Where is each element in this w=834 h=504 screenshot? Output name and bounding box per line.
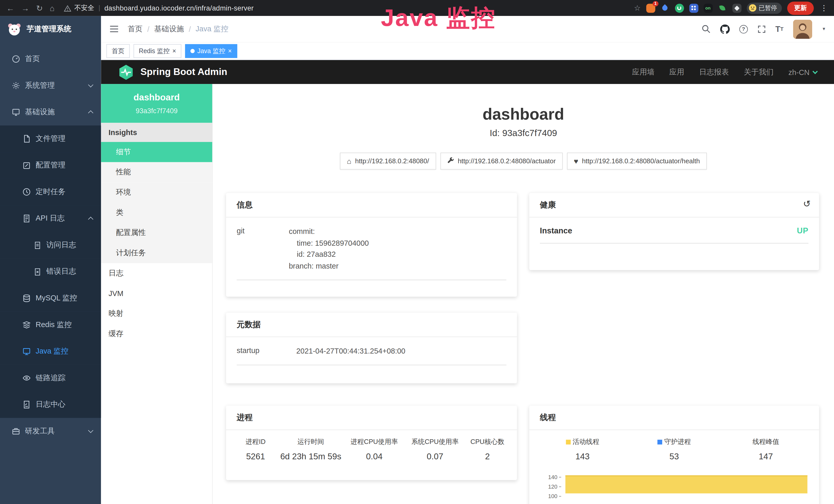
sidebar-item-label: 访问日志: [46, 240, 76, 250]
sidebar-item-java-monitor[interactable]: Java 监控: [0, 338, 101, 365]
sidebar-item-mysql-monitor[interactable]: MySQL 监控: [0, 285, 101, 312]
bookmark-star-icon[interactable]: ☆: [634, 4, 641, 12]
legend-peak-threads: 线程峰值 147: [720, 437, 812, 461]
sidebar-item-log-center[interactable]: 日志中心: [0, 391, 101, 418]
col-header: 进程CPU使用率: [344, 437, 404, 446]
y-axis-tick: 120: [536, 484, 561, 489]
tab-java-monitor[interactable]: Java 监控 ×: [185, 44, 237, 58]
close-icon[interactable]: ×: [228, 48, 232, 54]
col-header: 系统CPU使用率: [404, 437, 465, 446]
actuator-url-link[interactable]: http://192.168.0.2:48080/actuator: [440, 153, 563, 169]
sba-brand[interactable]: Spring Boot Admin: [118, 64, 227, 80]
sidebar-item-system[interactable]: 系统管理: [0, 72, 101, 99]
sidebar-item-scheduled-jobs[interactable]: 定时任务: [0, 179, 101, 205]
process-header-row: 进程ID 运行时间 进程CPU使用率 系统CPU使用率 CPU核心数: [234, 437, 510, 446]
sidebar-item-label: 研发工具: [25, 427, 55, 436]
infrastructure-icon: [12, 108, 20, 116]
help-icon[interactable]: ?: [739, 25, 748, 33]
browser-menu-icon[interactable]: ⋮: [820, 4, 828, 12]
sidebar-item-access-log[interactable]: 访问日志: [0, 232, 101, 258]
address-bar[interactable]: 不安全 | dashboard.yudao.iocoder.cn/infra/a…: [64, 3, 254, 12]
app-logo-row[interactable]: 芋道管理系统: [0, 16, 101, 43]
question-glyph: ?: [739, 25, 748, 33]
instance-links: ⌂ http://192.168.0.2:48080/ http://192.1…: [213, 153, 834, 169]
row-label: git: [237, 226, 289, 272]
git-id-line: id: 27aa832: [297, 249, 369, 260]
sba-nav-about[interactable]: 关于我们: [744, 67, 774, 77]
extension-icon-grid[interactable]: [689, 3, 698, 12]
extension-icon-on[interactable]: on: [704, 3, 712, 12]
process-values-row: 5261 6d 23h 15m 59s 0.04 0.07 2: [234, 452, 510, 461]
sba-item-scheduled-tasks[interactable]: 计划任务: [101, 243, 212, 263]
sba-nav-journal[interactable]: 日志报表: [699, 67, 729, 77]
sba-instance-header[interactable]: dashboard 93a3fc7f7409: [101, 84, 212, 123]
sba-nav-applications[interactable]: 应用: [670, 67, 684, 77]
sidebar-item-config-manage[interactable]: 配置管理: [0, 152, 101, 179]
sidebar-item-file-manage[interactable]: 文件管理: [0, 125, 101, 152]
extension-icon-drop[interactable]: [660, 3, 670, 12]
api-log-icon: [22, 214, 31, 223]
close-icon[interactable]: ×: [172, 48, 176, 54]
font-size-icon[interactable]: TT: [775, 25, 784, 33]
extension-icon-leaf[interactable]: [718, 3, 727, 12]
sba-body: dashboard 93a3fc7f7409 Insights 细节 性能 环境…: [101, 84, 834, 504]
sba-item-config-props[interactable]: 配置属性: [101, 223, 212, 243]
toolbox-icon: [12, 427, 20, 435]
home-icon[interactable]: ⌂: [50, 4, 55, 12]
sidebar-item-label: 错误日志: [46, 267, 76, 276]
sidebar-item-label: API 日志: [36, 214, 65, 223]
sba-item-caches[interactable]: 缓存: [101, 324, 212, 344]
github-icon[interactable]: [720, 24, 729, 33]
cards-left-column: 信息 git commit: time: 1596289704000 id: 2…: [226, 193, 517, 480]
sba-item-mappings[interactable]: 映射: [101, 303, 212, 324]
eye-icon: [22, 374, 31, 382]
sidebar-item-tracing[interactable]: 链路追踪: [0, 365, 101, 392]
sidebar-item-redis-monitor[interactable]: Redis 监控: [0, 312, 101, 338]
extension-icon-green-circle[interactable]: [675, 3, 684, 12]
service-url-link[interactable]: ⌂ http://192.168.0.2:48080/: [340, 153, 436, 169]
sba-locale-select[interactable]: zh-CN: [789, 68, 817, 76]
health-url-link[interactable]: ♥ http://192.168.0.2:48080/actuator/heal…: [567, 153, 707, 169]
avatar-caret-icon[interactable]: ▼: [822, 27, 826, 31]
cell-value: 0.04: [344, 452, 404, 461]
extension-icon-spark[interactable]: [732, 3, 741, 12]
legend-label: 活动线程: [573, 437, 599, 446]
sba-item-jvm[interactable]: JVM: [101, 283, 212, 304]
breadcrumb-item[interactable]: 首页: [128, 24, 142, 33]
back-icon[interactable]: ←: [6, 4, 14, 12]
extension-icon-orange[interactable]: 1: [646, 3, 655, 12]
sidebar-toggle-icon[interactable]: [109, 24, 119, 33]
reload-icon[interactable]: ↻: [36, 4, 43, 12]
fullscreen-icon[interactable]: [757, 25, 766, 33]
search-icon[interactable]: [701, 24, 710, 33]
paused-badge[interactable]: 已暂停: [746, 2, 782, 13]
sidebar-item-infrastructure[interactable]: 基础设施: [0, 99, 101, 125]
sba-item-metrics[interactable]: 性能: [101, 162, 212, 183]
col-header: 进程ID: [234, 437, 278, 446]
sba-content: dashboard Id: 93a3fc7f7409 ⌂ http://192.…: [213, 84, 834, 504]
sba-item-label: 映射: [108, 309, 123, 318]
chevron-down-icon: [88, 428, 93, 433]
tab-redis-monitor[interactable]: Redis 监控 ×: [134, 44, 181, 58]
process-card: 进程 进程ID 运行时间 进程CPU使用率 系统CPU使用率 CPU核心数: [226, 406, 517, 480]
app-sidebar: 芋道管理系统 首页 系统管理 基础设施: [0, 16, 101, 504]
sba-item-logs[interactable]: 日志: [101, 263, 212, 283]
smiley-icon: [749, 4, 756, 12]
forward-icon[interactable]: →: [21, 4, 29, 12]
sidebar-item-home[interactable]: 首页: [0, 46, 101, 72]
cards-grid: 信息 git commit: time: 1596289704000 id: 2…: [226, 193, 819, 504]
user-avatar[interactable]: [793, 20, 812, 39]
sidebar-item-api-log[interactable]: API 日志: [0, 205, 101, 232]
tab-home[interactable]: 首页: [106, 44, 130, 58]
sba-item-environment[interactable]: 环境: [101, 182, 212, 203]
sba-item-classes[interactable]: 类: [101, 203, 212, 223]
browser-toolbar: ← → ↻ ⌂ 不安全 | dashboard.yudao.iocoder.cn…: [0, 0, 834, 16]
breadcrumb-separator: /: [189, 25, 191, 33]
chrome-update-button[interactable]: 更新: [787, 1, 814, 15]
sidebar-item-error-log[interactable]: 错误日志: [0, 258, 101, 285]
history-icon[interactable]: ↺: [803, 198, 811, 209]
sidebar-item-dev-tools[interactable]: 研发工具: [0, 418, 101, 445]
sba-nav-wallboard[interactable]: 应用墙: [632, 67, 655, 77]
error-log-icon: [33, 268, 41, 276]
sba-item-details[interactable]: 细节: [101, 142, 212, 162]
